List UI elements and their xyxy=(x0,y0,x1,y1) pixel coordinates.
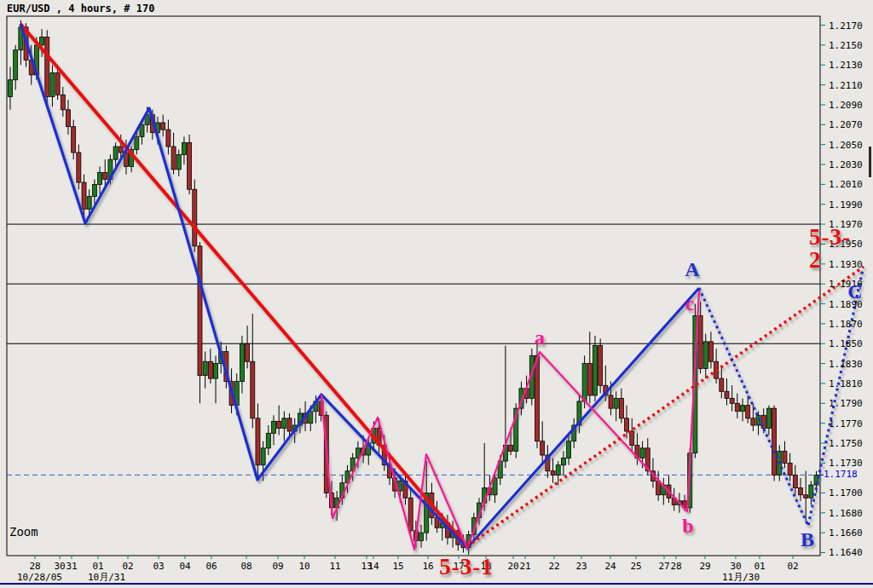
svg-text:15: 15 xyxy=(392,561,403,572)
svg-text:1.1640: 1.1640 xyxy=(829,547,863,558)
red-projection-dotted xyxy=(467,267,864,546)
svg-text:27: 27 xyxy=(658,561,669,572)
svg-text:02: 02 xyxy=(122,561,133,572)
svg-text:1.2010: 1.2010 xyxy=(829,179,863,190)
svg-text:18: 18 xyxy=(480,561,491,572)
svg-text:1.2170: 1.2170 xyxy=(829,20,863,32)
svg-text:01: 01 xyxy=(754,561,765,572)
svg-text:01: 01 xyxy=(92,561,103,572)
svg-text:1.1970: 1.1970 xyxy=(829,219,863,230)
svg-text:1.1730: 1.1730 xyxy=(829,458,863,469)
svg-text:1.2030: 1.2030 xyxy=(829,159,863,170)
svg-text:1.2070: 1.2070 xyxy=(829,119,863,130)
svg-text:1.1680: 1.1680 xyxy=(829,508,863,519)
svg-text:10月/31: 10月/31 xyxy=(88,572,125,583)
svg-text:10: 10 xyxy=(298,561,309,572)
current-price-tag: 1.1718 xyxy=(824,469,858,480)
svg-text:1.2150: 1.2150 xyxy=(829,40,863,51)
svg-text:29: 29 xyxy=(699,561,710,572)
pink-abc-zigzag xyxy=(321,291,699,550)
bottom-separator-rule xyxy=(0,583,873,585)
red-trendline xyxy=(20,24,467,546)
svg-text:10/28/05: 10/28/05 xyxy=(17,572,62,583)
svg-text:1.1660: 1.1660 xyxy=(829,527,863,539)
svg-text:09: 09 xyxy=(272,561,283,572)
svg-text:31: 31 xyxy=(66,561,77,572)
svg-text:1.1910: 1.1910 xyxy=(829,279,863,290)
svg-text:1.1990: 1.1990 xyxy=(829,199,863,210)
svg-text:11月/30: 11月/30 xyxy=(722,572,760,583)
svg-text:1.1890: 1.1890 xyxy=(829,299,863,310)
chart-title: EUR/USD , 4 hours, # 170 xyxy=(7,3,154,14)
svg-text:1.1750: 1.1750 xyxy=(829,438,863,449)
svg-text:20: 20 xyxy=(507,561,518,572)
chart-window: 1.21701.21501.21301.21101.20901.20701.20… xyxy=(0,0,873,588)
svg-text:04: 04 xyxy=(179,561,191,572)
svg-text:1.1870: 1.1870 xyxy=(829,319,863,330)
svg-text:24: 24 xyxy=(604,561,616,572)
svg-text:1.1930: 1.1930 xyxy=(829,259,863,270)
svg-text:08: 08 xyxy=(240,561,251,572)
drawing-objects[interactable] xyxy=(20,24,864,550)
svg-text:1.1810: 1.1810 xyxy=(829,378,863,389)
svg-text:1.1830: 1.1830 xyxy=(829,359,863,370)
svg-text:22: 22 xyxy=(548,561,559,572)
svg-text:06: 06 xyxy=(205,561,217,572)
time-axis[interactable]: 2830310102030406080910111314151617182021… xyxy=(17,556,799,583)
svg-text:14: 14 xyxy=(367,561,379,572)
svg-text:1.1790: 1.1790 xyxy=(829,398,863,409)
svg-text:30: 30 xyxy=(54,561,65,572)
chart-canvas[interactable]: 1.21701.21501.21301.21101.20901.20701.20… xyxy=(0,0,873,588)
blue-impulse-zigzag xyxy=(20,24,699,548)
zoom-indicator-label: Zoom xyxy=(9,525,38,539)
svg-text:03: 03 xyxy=(153,561,164,572)
svg-text:1.1950: 1.1950 xyxy=(829,239,863,250)
svg-text:02: 02 xyxy=(787,561,798,572)
svg-text:1.2050: 1.2050 xyxy=(829,140,863,151)
candles[interactable] xyxy=(9,20,819,555)
svg-text:1.2130: 1.2130 xyxy=(829,60,863,71)
svg-text:1.1700: 1.1700 xyxy=(829,487,863,499)
svg-text:28: 28 xyxy=(670,561,681,572)
svg-text:30: 30 xyxy=(730,561,741,572)
svg-text:25: 25 xyxy=(630,561,641,572)
svg-text:28: 28 xyxy=(29,561,40,572)
svg-text:17: 17 xyxy=(453,561,464,572)
svg-text:1.2110: 1.2110 xyxy=(829,80,863,91)
svg-text:23: 23 xyxy=(575,561,587,572)
scrollbar-thumb[interactable] xyxy=(869,147,871,177)
svg-text:1.1850: 1.1850 xyxy=(829,338,863,349)
svg-text:11: 11 xyxy=(329,561,340,572)
svg-text:16: 16 xyxy=(422,561,433,572)
svg-text:1.2090: 1.2090 xyxy=(829,100,863,111)
svg-text:21: 21 xyxy=(519,561,530,572)
svg-text:1.1770: 1.1770 xyxy=(829,418,863,429)
